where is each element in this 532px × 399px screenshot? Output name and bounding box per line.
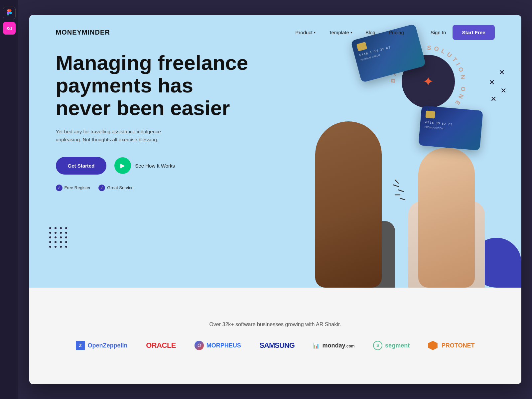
navigation: MONEYMINDER Product ▾ Template ▾ Blog Pr…: [29, 15, 521, 50]
nav-template[interactable]: Template ▾: [329, 30, 352, 35]
play-icon[interactable]: ▶: [114, 157, 131, 174]
logo-segment: S segment: [373, 341, 410, 350]
morpheus-label: MORPHEUS: [206, 342, 241, 349]
hand-dark-skin: [315, 121, 382, 288]
get-started-button[interactable]: Get Started: [56, 157, 107, 175]
logo-protonet: PROTONET: [428, 341, 475, 350]
nav-product[interactable]: Product ▾: [295, 30, 316, 35]
monday-icon: 📊: [313, 342, 320, 349]
main-wrapper: MONEYMINDER Product ▾ Template ▾ Blog Pr…: [18, 0, 532, 399]
card-chip: [425, 110, 435, 118]
xd-icon[interactable]: Xd: [3, 22, 16, 35]
figma-icon[interactable]: [3, 7, 16, 19]
logo: MONEYMINDER: [56, 29, 110, 36]
signin-link[interactable]: Sign In: [431, 30, 446, 35]
protonet-icon: [428, 341, 438, 350]
browser-window: MONEYMINDER Product ▾ Template ▾ Blog Pr…: [29, 15, 521, 384]
openzeppelin-label: OpenZeppelin: [88, 342, 128, 349]
monday-label: monday.com: [322, 342, 354, 349]
nav-pricing[interactable]: Pricing: [389, 30, 404, 35]
logos-grid: Z OpenZeppelin ORACLE ⬡ MORPHEUS SAMSUNG: [76, 341, 475, 350]
check-icon: ✓: [98, 185, 105, 191]
chevron-down-icon: ▾: [314, 31, 316, 34]
badge-free-register: ✓ Free Register: [56, 185, 91, 191]
hero-section: MONEYMINDER Product ▾ Template ▾ Blog Pr…: [29, 15, 521, 288]
logos-section: Over 32k+ software businesses growing wi…: [29, 288, 521, 384]
segment-icon: S: [373, 341, 382, 350]
logo-oracle: ORACLE: [146, 341, 176, 350]
oracle-label: ORACLE: [146, 341, 176, 350]
check-icon: ✓: [56, 185, 63, 191]
svg-point-0: [9, 12, 12, 14]
credit-card-2: 4516 35 82 71 PREMIUM CREDIT: [418, 105, 483, 151]
segment-label: segment: [385, 342, 410, 349]
see-how-button[interactable]: ▶ See How It Works: [114, 157, 175, 174]
chevron-down-icon: ▾: [350, 31, 352, 34]
see-how-label: See How It Works: [135, 163, 175, 169]
logo-samsung: SAMSUNG: [259, 341, 294, 350]
sidebar: Xd: [0, 0, 18, 399]
hand-illustration: [295, 48, 501, 288]
hero-image-area: ✕ ✕ ✕ ✕ BANKING SOLUTION ONE STOP ✦: [255, 15, 521, 288]
logo-monday: 📊 monday.com: [313, 342, 354, 349]
protonet-label: PROTONET: [442, 342, 475, 349]
morpheus-icon: ⬡: [195, 341, 204, 350]
hero-buttons: Get Started ▶ See How It Works: [56, 157, 249, 175]
nav-links: Product ▾ Template ▾ Blog Pricing: [295, 30, 404, 35]
samsung-label: SAMSUNG: [259, 341, 294, 350]
logos-title: Over 32k+ software businesses growing wi…: [209, 322, 341, 328]
start-free-button[interactable]: Start Free: [453, 25, 494, 40]
dots-decoration: [49, 227, 68, 248]
logo-morpheus: ⬡ MORPHEUS: [195, 341, 241, 350]
badge-great-service: ✓ Great Service: [98, 185, 133, 191]
hand-light-skin: [418, 148, 475, 288]
hero-badges: ✓ Free Register ✓ Great Service: [56, 185, 249, 191]
hero-content: Managing freelance payments has never be…: [56, 52, 249, 191]
nav-blog[interactable]: Blog: [365, 30, 375, 35]
logo-openzeppelin: Z OpenZeppelin: [76, 341, 128, 350]
hero-title: Managing freelance payments has never be…: [56, 52, 249, 120]
hero-subtitle: Yet bed any for travelling assistance in…: [56, 128, 176, 144]
openzeppelin-icon: Z: [76, 341, 85, 350]
